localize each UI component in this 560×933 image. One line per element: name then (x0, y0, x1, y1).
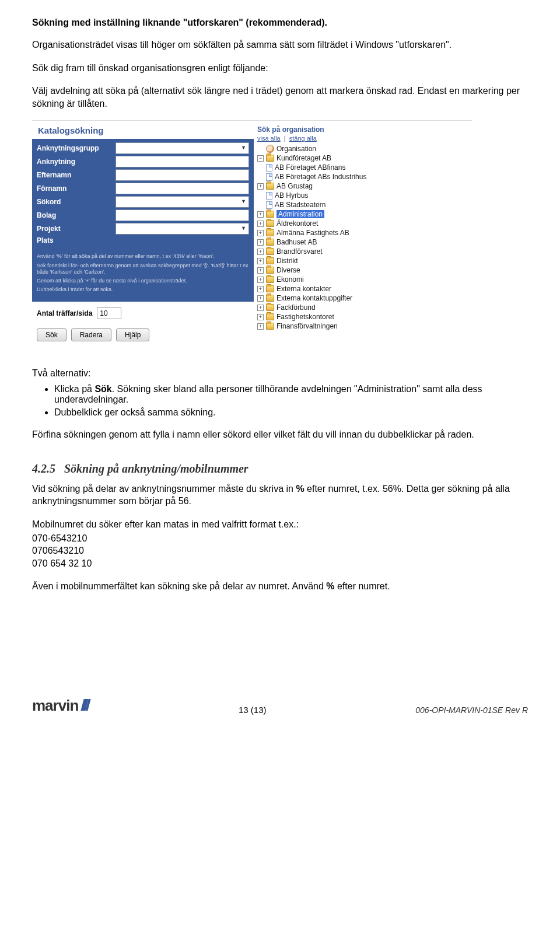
tree-node[interactable]: AB Stadsteatern (257, 200, 468, 209)
label-fornamn: Förnamn (37, 184, 116, 193)
mob-ex-2: 0706543210 (32, 544, 528, 557)
label-anknytningsgrupp: Anknytningsgrupp (37, 144, 116, 152)
intro-heading: Sökning med inställning liknande "utfors… (32, 18, 528, 28)
tree-node[interactable]: +Fackförbund (257, 303, 468, 312)
section-p3: Även i mobilnummerfältet kan sökning ske… (32, 580, 528, 593)
folder-icon (266, 211, 274, 218)
collapse-icon[interactable]: − (257, 155, 264, 162)
select-sokord[interactable] (116, 196, 249, 208)
label-anknytning: Anknytning (37, 158, 116, 166)
select-anknytningsgrupp[interactable] (116, 142, 249, 154)
folder-icon (266, 155, 274, 162)
folder-icon (266, 285, 274, 292)
tree-node[interactable]: +Badhuset AB (257, 237, 468, 247)
search-tips: Använd '%' för att söka på del av nummer… (32, 250, 254, 301)
expand-icon[interactable]: + (257, 277, 264, 283)
tip-2: Sök fonetiskt i för- och efternamn genom… (37, 263, 249, 276)
folder-icon (266, 276, 274, 283)
tree-node[interactable]: +Distrikt (257, 256, 468, 265)
input-anknytning[interactable] (116, 156, 249, 167)
folder-icon (266, 295, 274, 302)
alternatives-intro: Två alternativ: (32, 367, 528, 380)
expand-icon[interactable]: + (257, 239, 264, 246)
expand-icon[interactable]: + (257, 323, 264, 330)
folder-icon (266, 267, 274, 274)
tree-node-kund[interactable]: −Kundföretaget AB (257, 153, 468, 163)
panel-title: Katalogsökning (32, 121, 254, 139)
expand-icon[interactable]: + (257, 183, 264, 190)
embedded-screenshot: Katalogsökning Anknytningsgrupp Anknytni… (32, 120, 472, 349)
expand-icon[interactable]: + (257, 211, 264, 218)
tree-heading: Sök på organisation (257, 125, 468, 134)
tip-3: Genom att klicka på '+' får du se nästa … (37, 278, 249, 284)
radera-button[interactable]: Radera (71, 329, 111, 341)
label-bolag: Bolag (37, 211, 116, 219)
tree-node[interactable]: +Finansförvaltningen (257, 322, 468, 331)
select-projekt[interactable] (116, 223, 249, 235)
expand-icon[interactable]: + (257, 267, 264, 274)
page-number: 13 (13) (239, 705, 267, 715)
link-separator: | (284, 135, 286, 142)
mob-ex-3: 070 654 32 10 (32, 557, 528, 570)
mob-ex-1: 070-6543210 (32, 532, 528, 545)
tree-node[interactable]: +Fastighetskontoret (257, 312, 468, 322)
page-icon (266, 201, 272, 209)
input-efternamn[interactable] (116, 169, 249, 181)
bullet-2: Dubbelklick ger också samma sökning. (54, 407, 528, 418)
tree-node[interactable]: +Brandförsvaret (257, 247, 468, 256)
logo: marvin (32, 697, 89, 715)
stang-alla-link[interactable]: stäng alla (289, 135, 317, 142)
expand-icon[interactable]: + (257, 314, 264, 320)
visa-alla-link[interactable]: visa alla (257, 135, 281, 142)
input-bolag[interactable] (116, 209, 249, 221)
folder-icon (266, 229, 274, 236)
section-p2: Mobilnumret du söker efter kan matas in … (32, 518, 528, 531)
label-projekt: Projekt (37, 225, 116, 233)
folder-icon (266, 248, 274, 255)
input-fornamn[interactable] (116, 183, 249, 194)
tree-node[interactable]: +Äldrekontoret (257, 219, 468, 228)
label-efternamn: Efternamn (37, 171, 116, 179)
tree-node[interactable]: +AB Grustag (257, 181, 468, 191)
section-p1: Vid sökning på delar av anknytningsnumme… (32, 483, 528, 508)
expand-icon[interactable]: + (257, 230, 264, 236)
expand-icon[interactable]: + (257, 249, 264, 255)
hjalp-button[interactable]: Hjälp (116, 329, 149, 341)
paragraph-3: Välj avdelning att söka på (alternativt … (32, 85, 528, 110)
bullet-1: Klicka på Sök. Sökning sker bland alla p… (54, 384, 528, 405)
search-form-panel: Katalogsökning Anknytningsgrupp Anknytni… (32, 121, 254, 349)
expand-icon[interactable]: + (257, 258, 264, 264)
mobile-examples: 070-6543210 0706543210 070 654 32 10 (32, 532, 528, 570)
hits-input[interactable] (97, 307, 121, 319)
folder-icon (266, 257, 274, 264)
tree-node-root[interactable]: Organisation (257, 144, 468, 153)
tree-node[interactable]: +Almänna Fastighets AB (257, 228, 468, 237)
tree-node-administration[interactable]: +Administration (257, 209, 468, 219)
folder-icon (266, 304, 274, 311)
expand-icon[interactable]: + (257, 221, 264, 227)
tree-node[interactable]: +Externa kontaktuppgifter (257, 293, 468, 303)
folder-icon (266, 183, 274, 190)
folder-icon (266, 323, 274, 330)
tip-1: Använd '%' för att söka på del av nummer… (37, 253, 249, 260)
tree-node[interactable]: +Ekonomi (257, 275, 468, 284)
expand-icon[interactable]: + (257, 305, 264, 311)
logo-mark-icon (81, 699, 91, 711)
folder-icon (266, 313, 274, 320)
tree-node[interactable]: AB Företaget ABfinans (257, 163, 468, 172)
org-tree-panel: Sök på organisation visa alla | stäng al… (254, 121, 472, 349)
page-footer: marvin 13 (13) 006-OPI-MARVIN-01SE Rev R (0, 697, 560, 725)
sok-button[interactable]: Sök (37, 329, 66, 341)
expand-icon[interactable]: + (257, 295, 264, 302)
refine-paragraph: Förfina sökningen genom att fylla i namn… (32, 428, 528, 441)
org-tree: Organisation −Kundföretaget AB AB Företa… (257, 144, 468, 331)
tree-node[interactable]: AB Företaget ABs Industrihus (257, 172, 468, 181)
tree-node[interactable]: +Diverse (257, 265, 468, 275)
expand-icon[interactable]: + (257, 286, 264, 292)
label-sokord: Sökord (37, 198, 116, 206)
tree-node[interactable]: AB Hyrbus (257, 191, 468, 200)
alternatives-list: Klicka på Sök. Sökning sker bland alla p… (44, 384, 528, 418)
section-heading: 4.2.5 Sökning på anknytning/mobilnummer (32, 462, 528, 476)
tree-node[interactable]: +Externa kontakter (257, 284, 468, 293)
paragraph-2: Sök dig fram till önskad organisationsgr… (32, 62, 528, 75)
